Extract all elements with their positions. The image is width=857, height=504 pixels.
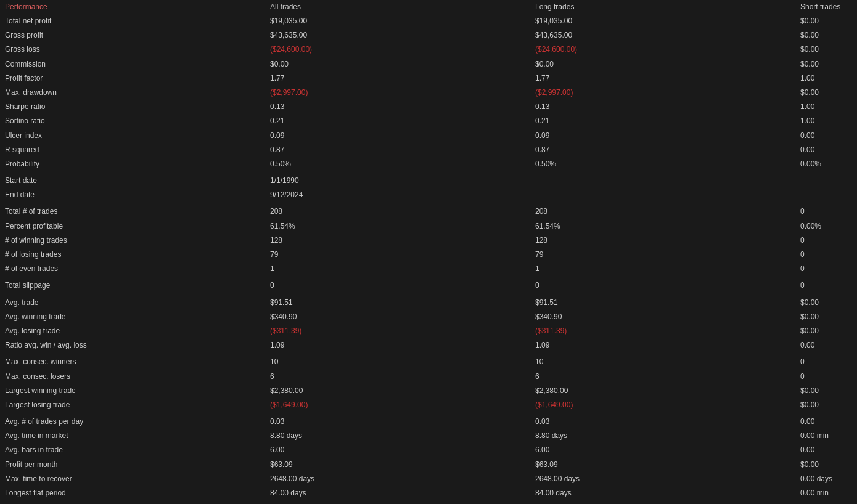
row-all-value: 1 <box>265 262 530 276</box>
row-short-value: $0.00 <box>795 398 857 412</box>
row-label: Gross profit <box>0 28 265 43</box>
row-short-value: 0.00 min <box>795 486 857 500</box>
row-all-value: $0.00 <box>265 57 530 71</box>
table-row: # of winning trades1281280 <box>0 234 857 248</box>
row-long-value: 0 <box>530 278 795 293</box>
row-all-value: 6 <box>265 370 530 384</box>
row-all-value: ($24,600.00) <box>265 43 530 57</box>
row-short-value: $0.00 <box>795 384 857 398</box>
row-short-value: 0 <box>795 355 857 369</box>
row-all-value: 6.00 <box>265 443 530 457</box>
row-short-value: 0 <box>795 278 857 293</box>
col-short-trades-header: Short trades <box>795 0 857 14</box>
row-long-value: 1 <box>530 262 795 276</box>
row-all-value: $2,380.00 <box>265 384 530 398</box>
row-label: Total net profit <box>0 14 265 29</box>
row-label: Largest losing trade <box>0 398 265 412</box>
row-all-value: 0.50% <box>265 157 530 171</box>
row-label: Total # of trades <box>0 205 265 219</box>
row-short-value: 1.00 <box>795 114 857 128</box>
row-short-value: $0.00 <box>795 310 857 324</box>
row-label: Avg. losing trade <box>0 324 265 338</box>
row-short-value: 0.00 <box>795 129 857 143</box>
row-long-value: $2,380.00 <box>530 384 795 398</box>
table-row: Avg. losing trade($311.39)($311.39)$0.00 <box>0 324 857 338</box>
row-long-value: 1.09 <box>530 338 795 352</box>
row-label: Max. time to recover <box>0 472 265 486</box>
table-row: Total # of trades2082080 <box>0 205 857 219</box>
row-all-value: ($2,997.00) <box>265 86 530 100</box>
row-long-value: 6.00 <box>530 443 795 457</box>
row-label: Avg. winning trade <box>0 310 265 324</box>
row-long-value: $91.51 <box>530 296 795 310</box>
row-long-value: $63.09 <box>530 458 795 472</box>
row-long-value: 6 <box>530 370 795 384</box>
row-label: Gross loss <box>0 43 265 57</box>
row-short-value: 0 <box>795 234 857 248</box>
row-all-value: 0.09 <box>265 129 530 143</box>
row-short-value: 0.00 days <box>795 472 857 486</box>
row-label: Total slippage <box>0 278 265 293</box>
row-label: Sharpe ratio <box>0 100 265 114</box>
row-long-value <box>530 174 795 188</box>
row-long-value: 79 <box>530 248 795 262</box>
table-row: Largest losing trade($1,649.00)($1,649.0… <box>0 398 857 412</box>
table-row: Total net profit$19,035.00$19,035.00$0.0… <box>0 14 857 29</box>
row-all-value: $43,635.00 <box>265 28 530 43</box>
row-label: End date <box>0 188 265 202</box>
row-long-value: 0.21 <box>530 114 795 128</box>
row-short-value: $0.00 <box>795 324 857 338</box>
row-long-value: 0.50% <box>530 157 795 171</box>
table-row: # of losing trades79790 <box>0 248 857 262</box>
row-long-value: 84.00 days <box>530 486 795 500</box>
row-all-value: 9/12/2024 <box>265 188 530 202</box>
row-all-value: 8.80 days <box>265 429 530 443</box>
row-all-value: $340.90 <box>265 310 530 324</box>
row-all-value: $19,035.00 <box>265 14 530 29</box>
row-label: # of winning trades <box>0 234 265 248</box>
col-all-trades-header: All trades <box>265 0 530 14</box>
row-label: Percent profitable <box>0 219 265 234</box>
table-row: Ratio avg. win / avg. loss1.091.090.00 <box>0 338 857 352</box>
row-all-value: ($1,649.00) <box>265 398 530 412</box>
table-row: Longest flat period84.00 days84.00 days0… <box>0 486 857 500</box>
row-long-value: 10 <box>530 355 795 369</box>
row-label: Largest winning trade <box>0 384 265 398</box>
table-row: Gross profit$43,635.00$43,635.00$0.00 <box>0 28 857 43</box>
row-short-value: $0.00 <box>795 57 857 71</box>
row-label: Probability <box>0 157 265 171</box>
table-row: Percent profitable61.54%61.54%0.00% <box>0 219 857 234</box>
row-label: Ulcer index <box>0 129 265 143</box>
row-label: Profit per month <box>0 458 265 472</box>
row-long-value: $43,635.00 <box>530 28 795 43</box>
row-label: Avg. time in market <box>0 429 265 443</box>
row-long-value <box>530 188 795 202</box>
row-all-value: 0.03 <box>265 415 530 429</box>
table-row: Max. time to recover2648.00 days2648.00 … <box>0 472 857 486</box>
row-label: Commission <box>0 57 265 71</box>
row-short-value: 0 <box>795 262 857 276</box>
row-long-value: 0.03 <box>530 415 795 429</box>
row-all-value: 61.54% <box>265 219 530 234</box>
row-short-value: 0.00 <box>795 338 857 352</box>
row-long-value: $0.00 <box>530 57 795 71</box>
row-short-value: 0.00% <box>795 219 857 234</box>
table-row: Avg. winning trade$340.90$340.90$0.00 <box>0 310 857 324</box>
table-row: Avg. trade$91.51$91.51$0.00 <box>0 296 857 310</box>
row-long-value: $19,035.00 <box>530 14 795 29</box>
row-long-value: $340.90 <box>530 310 795 324</box>
table-row: R squared0.870.870.00 <box>0 143 857 157</box>
table-row: Probability0.50%0.50%0.00% <box>0 157 857 171</box>
row-short-value <box>795 188 857 202</box>
row-long-value: 2648.00 days <box>530 472 795 486</box>
row-label: # of losing trades <box>0 248 265 262</box>
row-all-value: 1.77 <box>265 71 530 86</box>
row-label: Max. consec. losers <box>0 370 265 384</box>
row-all-value: 208 <box>265 205 530 219</box>
row-label: Avg. trade <box>0 296 265 310</box>
row-label: Max. consec. winners <box>0 355 265 369</box>
row-label: R squared <box>0 143 265 157</box>
table-row: Commission$0.00$0.00$0.00 <box>0 57 857 71</box>
row-short-value: $0.00 <box>795 28 857 43</box>
performance-table: Performance All trades Long trades Short… <box>0 0 857 504</box>
